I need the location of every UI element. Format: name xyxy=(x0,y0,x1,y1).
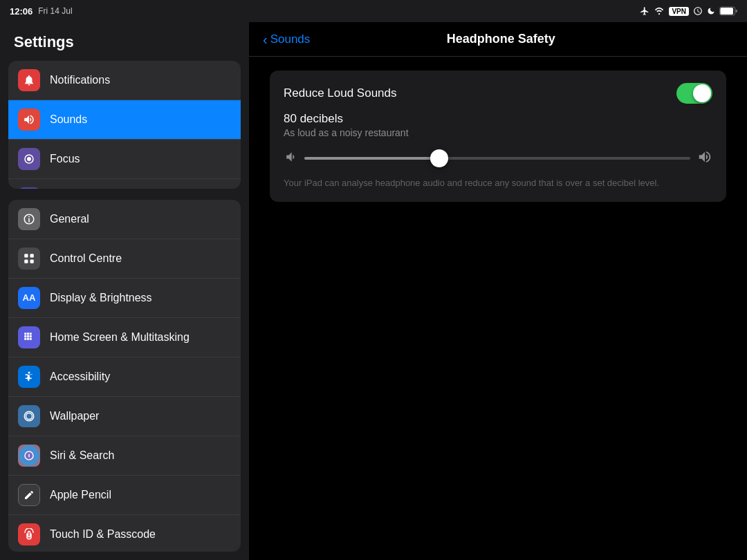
sidebar-item-label: Home Screen & Multitasking xyxy=(50,331,190,344)
sidebar-item-notifications[interactable]: Notifications xyxy=(8,61,241,100)
screen-time-icon xyxy=(18,187,40,189)
volume-slider-row xyxy=(284,149,712,167)
sidebar-item-label: Sounds xyxy=(50,113,87,126)
content-panel: ‹ Sounds Headphone Safety Reduce Loud So… xyxy=(249,22,747,560)
slider-thumb[interactable] xyxy=(430,149,448,167)
back-label: Sounds xyxy=(270,32,311,46)
sidebar-item-label: Control Centre xyxy=(50,252,122,265)
status-time: 12:06 xyxy=(10,6,33,17)
sidebar-item-touchid[interactable]: Touch ID & Passcode xyxy=(8,515,241,552)
svg-rect-1 xyxy=(720,8,733,15)
decibel-desc: As loud as a noisy restaurant xyxy=(284,127,712,138)
sidebar-item-apple-pencil[interactable]: Apple Pencil xyxy=(8,476,241,515)
svg-rect-3 xyxy=(24,259,28,263)
wifi-icon xyxy=(654,6,665,16)
sidebar-item-label: General xyxy=(50,213,89,225)
volume-low-icon xyxy=(284,150,297,167)
vpn-badge: VPN xyxy=(669,7,689,16)
accessibility-icon xyxy=(18,366,40,388)
sidebar-item-display[interactable]: AA Display & Brightness xyxy=(8,279,241,318)
sidebar-item-label: Wallpaper xyxy=(50,410,99,422)
alarm-icon xyxy=(693,6,703,16)
status-bar: 12:06 Fri 14 Jul VPN xyxy=(0,0,747,22)
toggle-knob xyxy=(693,84,711,102)
back-button[interactable]: ‹ Sounds xyxy=(263,32,310,46)
svg-point-6 xyxy=(28,371,30,373)
sidebar-item-control-centre[interactable]: Control Centre xyxy=(8,239,241,279)
touchid-icon xyxy=(18,523,40,545)
sounds-icon xyxy=(18,109,40,131)
status-icons: VPN xyxy=(640,6,737,16)
pencil-icon xyxy=(18,484,40,506)
decibel-value: 80 decibels xyxy=(284,112,712,126)
main-layout: Settings Notifications Sounds Focus xyxy=(0,22,747,560)
sidebar-item-label: Apple Pencil xyxy=(50,489,111,501)
toggle-row: Reduce Loud Sounds xyxy=(284,83,712,104)
sidebar-item-wallpaper[interactable]: Wallpaper xyxy=(8,397,241,436)
sidebar-title: Settings xyxy=(0,22,249,58)
battery-icon xyxy=(719,6,737,16)
svg-rect-5 xyxy=(30,259,34,263)
sidebar-item-label: Focus xyxy=(50,153,80,165)
sidebar-item-siri[interactable]: Siri & Search xyxy=(8,436,241,476)
home-screen-icon xyxy=(18,326,40,348)
card-footer: Your iPad can analyse headphone audio an… xyxy=(284,177,712,189)
general-icon xyxy=(18,208,40,230)
control-centre-icon xyxy=(18,248,40,270)
sidebar-group-2: General Control Centre AA Display & Brig… xyxy=(8,200,241,552)
sidebar-item-home-screen[interactable]: Home Screen & Multitasking xyxy=(8,318,241,357)
wallpaper-icon xyxy=(18,405,40,427)
display-icon: AA xyxy=(18,287,40,309)
back-chevron-icon: ‹ xyxy=(263,32,268,46)
sidebar: Settings Notifications Sounds Focus xyxy=(0,22,249,560)
sidebar-group-1: Notifications Sounds Focus Screen Time xyxy=(8,61,241,189)
sidebar-item-screen-time[interactable]: Screen Time xyxy=(8,179,241,189)
volume-high-icon xyxy=(697,149,712,167)
moon-icon xyxy=(707,6,715,16)
toggle-label: Reduce Loud Sounds xyxy=(284,86,397,100)
sidebar-item-label: Accessibility xyxy=(50,371,110,383)
focus-icon xyxy=(18,148,40,170)
reduce-loud-sounds-toggle[interactable] xyxy=(676,83,712,104)
volume-slider-track[interactable] xyxy=(304,157,690,160)
sidebar-item-sounds[interactable]: Sounds xyxy=(8,100,241,140)
content-body: Reduce Loud Sounds 80 decibels As loud a… xyxy=(249,57,747,216)
svg-rect-2 xyxy=(24,254,28,257)
sidebar-item-focus[interactable]: Focus xyxy=(8,140,241,179)
sidebar-item-general[interactable]: General xyxy=(8,200,241,239)
status-date: Fri 14 Jul xyxy=(38,6,72,16)
airplane-icon xyxy=(640,6,649,16)
sidebar-item-label: Display & Brightness xyxy=(50,292,152,304)
content-header: ‹ Sounds Headphone Safety xyxy=(249,22,747,57)
slider-fill xyxy=(304,157,439,160)
svg-rect-4 xyxy=(30,254,34,257)
sidebar-item-label: Notifications xyxy=(50,74,110,86)
page-title: Headphone Safety xyxy=(324,32,678,46)
siri-icon xyxy=(18,445,40,467)
sidebar-item-accessibility[interactable]: Accessibility xyxy=(8,357,241,397)
sidebar-item-label: Siri & Search xyxy=(50,449,114,462)
sidebar-item-label: Touch ID & Passcode xyxy=(50,528,156,541)
notifications-icon xyxy=(18,69,40,91)
headphone-safety-card: Reduce Loud Sounds 80 decibels As loud a… xyxy=(270,71,726,202)
